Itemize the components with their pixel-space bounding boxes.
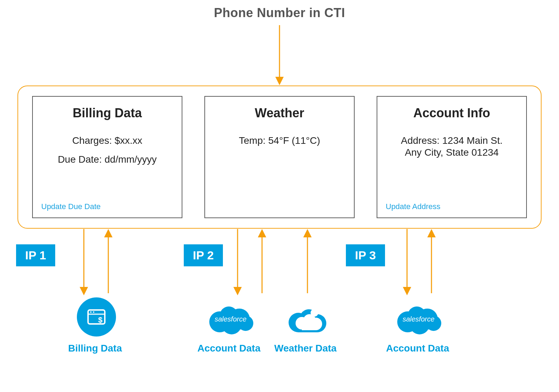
billing-card-title: Billing Data [41,106,173,120]
salesforce-text-2: salesforce [402,315,434,323]
svg-line-24 [320,306,322,308]
ip-badge-3: IP 3 [346,244,385,266]
salesforce-source-icon-2: salesforce [391,299,447,336]
ip-badge-2: IP 2 [184,244,223,266]
billing-due-date: Due Date: dd/mm/yyyy [41,154,173,165]
billing-source-icon: $ [75,297,117,336]
account-data-label-1: Account Data [197,343,260,354]
weather-temp: Temp: 54°F (11°C) [213,135,346,146]
account-card-title: Account Info [386,106,518,120]
account-data-label-2: Account Data [386,343,449,354]
salesforce-cloud-icon-2: salesforce [392,302,445,336]
weather-card: Weather Temp: 54°F (11°C) [204,96,355,218]
svg-line-26 [307,306,309,308]
update-due-date-link[interactable]: Update Due Date [41,202,173,211]
svg-text:$: $ [98,316,102,324]
billing-source-label: Billing Data [68,343,122,354]
weather-data-label: Weather Data [274,343,336,354]
svg-point-11 [93,311,94,313]
billing-app-icon: $ [77,297,116,336]
account-address-line1: Address: 1234 Main St. [386,135,518,146]
weather-card-title: Weather [213,106,346,120]
salesforce-cloud-icon: salesforce [204,302,257,336]
salesforce-text: salesforce [215,315,246,323]
svg-point-10 [90,311,92,313]
main-panel: Billing Data Charges: $xx.xx Due Date: d… [17,86,542,229]
diagram-title: Phone Number in CTI [214,6,345,20]
billing-charges: Charges: $xx.xx [41,135,173,146]
weather-cloud-icon [281,302,334,336]
weather-source-icon [281,299,334,336]
svg-rect-30 [302,323,316,330]
billing-card: Billing Data Charges: $xx.xx Due Date: d… [32,96,182,218]
update-address-link[interactable]: Update Address [386,202,518,211]
browser-dollar-icon: $ [86,306,107,327]
ip-badge-1: IP 1 [16,244,55,266]
account-card: Account Info Address: 1234 Main St. Any … [377,96,527,218]
salesforce-source-icon-1: salesforce [203,299,259,336]
account-address-line2: Any City, State 01234 [386,147,518,158]
